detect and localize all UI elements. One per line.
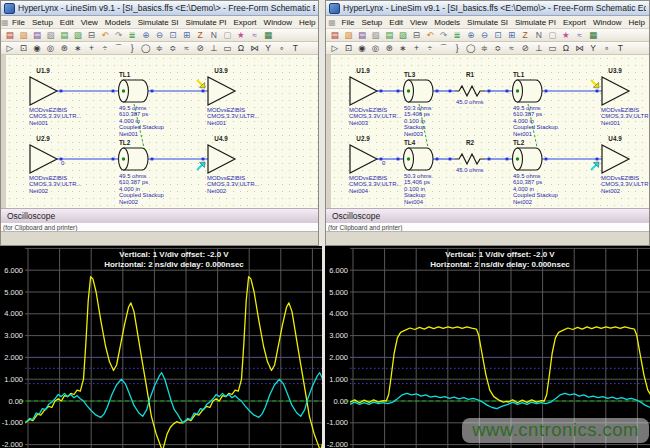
menu-setup[interactable]: Setup [358, 18, 386, 27]
resistor-pack-icon[interactable]: ⊘ [193, 43, 207, 54]
new-sheet-icon[interactable]: ▤ [57, 30, 71, 41]
menu-models[interactable]: Models [431, 18, 464, 27]
save-file-icon[interactable]: ▤ [30, 30, 44, 41]
component-TL3[interactable]: TL350.3 ohms15.406 ps0.100 inStackupNet0… [404, 71, 434, 137]
menu-file[interactable]: File [9, 18, 29, 27]
menu-simulate-si[interactable]: Simulate SI [464, 18, 512, 27]
mdi-system-icon[interactable]: ▦ [326, 18, 338, 27]
component-R1[interactable]: R145.0 ohms [455, 71, 485, 105]
ground-part-icon[interactable]: ⊥ [532, 43, 546, 54]
zoom-in-icon[interactable]: ⊕ [464, 30, 478, 41]
menu-export[interactable]: Export [230, 18, 260, 27]
component-TL1[interactable]: TL149.5 ohms610.387 ps4.000 inCoupled St… [513, 71, 559, 137]
print-icon[interactable]: ⊟ [85, 30, 99, 41]
new-sheet-icon[interactable]: ▤ [382, 30, 396, 41]
via-part-icon[interactable]: ÷ [98, 43, 112, 54]
ground-part-icon[interactable]: ⊥ [207, 43, 221, 54]
menu-simulate-pi[interactable]: Simulate PI [182, 18, 230, 27]
bracket-part-icon[interactable]: } [450, 43, 464, 54]
coupled-line-icon[interactable]: ⋈ [248, 43, 262, 54]
board-viewer-icon[interactable]: ▦ [586, 30, 600, 41]
yellow-probe-icon[interactable] [591, 80, 599, 88]
open-sheet-icon[interactable]: ▨ [71, 30, 85, 41]
y-connector-icon[interactable]: Y [586, 43, 600, 54]
component-U2.9[interactable]: U2.9MODvsEZIBISCMOS,3.3V,ULTR...Net004 [349, 135, 402, 194]
export-report-icon[interactable]: Z [518, 30, 532, 41]
y-connector-icon[interactable]: Y [261, 43, 275, 54]
zoom-area-icon[interactable]: ⊡ [491, 30, 505, 41]
window-titlebar[interactable]: HyperLynx - LineSim v9.1 - [SI_basics.ff… [1, 1, 318, 16]
zoom-in-icon[interactable]: ⊕ [139, 30, 153, 41]
menu-setup[interactable]: Setup [28, 18, 56, 27]
undo-icon[interactable]: ↶ [98, 30, 112, 41]
board-viewer-icon[interactable]: ▦ [261, 30, 275, 41]
pad-part-icon[interactable]: ◯ [464, 43, 478, 54]
component-U4.9[interactable]: U4.9MODvsEZIBISCMOS,3.3V,ULTRNet002 [601, 135, 648, 194]
menu-simulate-si[interactable]: Simulate SI [134, 18, 182, 27]
blank-doc-icon[interactable]: ▢ [546, 30, 560, 41]
impedance-part-icon[interactable]: Ω [559, 43, 573, 54]
export-report-icon[interactable]: Z [193, 30, 207, 41]
differential-part-icon[interactable]: ∗ [396, 43, 410, 54]
menu-view[interactable]: View [407, 18, 431, 27]
menu-view[interactable]: View [77, 18, 101, 27]
component-TL4[interactable]: TL450.3 ohms15.406 ps0.100 inStackupNet0… [404, 139, 434, 205]
scope-wave-icon[interactable]: ≈ [248, 30, 262, 41]
schematic-canvas-right[interactable]: TL350.3 ohms15.406 ps0.100 inStackupNet0… [326, 55, 649, 208]
component-R2[interactable]: R245.0 ohms [455, 139, 485, 173]
component-TL2[interactable]: TL249.5 ohms610.387 ps4.000 inCoupled St… [513, 139, 559, 205]
wizard-wand-icon[interactable]: ★ [559, 30, 573, 41]
component-U3.9[interactable]: U3.9MODvsEZIBISCMOS,3.3V,ULTRNet001 [601, 67, 648, 126]
text-tool-icon[interactable]: T [288, 43, 302, 54]
yellow-probe-icon[interactable] [197, 80, 205, 88]
differential-part-icon[interactable]: ∗ [71, 43, 85, 54]
netlist-icon[interactable]: N [207, 30, 221, 41]
mdi-system-icon[interactable]: ▦ [1, 18, 9, 27]
probe-tool-icon[interactable]: ∘ [275, 43, 289, 54]
pad-part-icon[interactable]: ◯ [139, 43, 153, 54]
menu-export[interactable]: Export [559, 18, 589, 27]
crosstalk-part-icon[interactable]: ⊛ [382, 43, 396, 54]
zoom-area-icon[interactable]: ⊡ [166, 30, 180, 41]
capacitor2-part-icon[interactable]: ≎ [166, 43, 180, 54]
arc-part-icon[interactable]: ⌒ [437, 43, 451, 54]
cyan-probe-icon[interactable] [591, 162, 599, 170]
window-titlebar[interactable]: HyperLynx - LineSim v9.1 - [SI_basics.ff… [326, 1, 649, 16]
wizard-wand-icon[interactable]: ★ [234, 30, 248, 41]
area-select-icon[interactable]: ⊡ [17, 43, 31, 54]
menu-file[interactable]: File [338, 18, 358, 27]
pan-icon[interactable]: ⊞ [180, 30, 194, 41]
impedance-part-icon[interactable]: Ω [234, 43, 248, 54]
new-file-icon[interactable]: ▤ [3, 30, 17, 41]
pan-icon[interactable]: ⊞ [505, 30, 519, 41]
component-U1.9[interactable]: U1.9MODvsEZIBISCMOS,3.3V,ULTR...Net001 [29, 67, 82, 126]
redo-icon[interactable]: ↷ [437, 30, 451, 41]
capacitor2-part-icon[interactable]: ≎ [491, 43, 505, 54]
component-U3.9[interactable]: U3.9MODvsEZIBISCMOS,3.3V,ULTR...Net001 [207, 67, 260, 126]
probe-tool-icon[interactable]: ∘ [600, 43, 614, 54]
ic-pin-icon[interactable]: ◉ [30, 43, 44, 54]
new-file-icon[interactable]: ▤ [328, 30, 342, 41]
oscilloscope-titlebar[interactable]: Oscilloscope [326, 208, 649, 223]
print-icon[interactable]: ⊟ [410, 30, 424, 41]
inductor-part-icon[interactable]: ≈ [180, 43, 194, 54]
component-U4.9[interactable]: U4.9MODvsEZIBISCMOS,3.3V,ULTR...Net002 [207, 135, 260, 194]
component-TL1[interactable]: TL149.5 ohms610.387 ps4.000 inCoupled St… [119, 71, 165, 137]
schematic-canvas-left[interactable]: TL149.5 ohms610.387 ps4.000 inCoupled St… [1, 55, 318, 208]
menu-window[interactable]: Window [590, 18, 625, 27]
area-select-icon[interactable]: ⊡ [342, 43, 356, 54]
blank-doc-icon[interactable]: ▢ [221, 30, 235, 41]
capacitor-part-icon[interactable]: ≑ [153, 43, 167, 54]
select-tool-icon[interactable]: ▷ [3, 43, 17, 54]
open-design-icon[interactable]: ▧ [369, 30, 383, 41]
undo-icon[interactable]: ↶ [423, 30, 437, 41]
scope-wave-icon[interactable]: ≈ [573, 30, 587, 41]
select-tool-icon[interactable]: ▷ [328, 43, 342, 54]
stackup-editor-icon[interactable]: ≣ [125, 30, 139, 41]
text-tool-icon[interactable]: T [613, 43, 627, 54]
arc-part-icon[interactable]: ⌒ [112, 43, 126, 54]
redo-icon[interactable]: ↷ [112, 30, 126, 41]
tline-part-icon[interactable]: ▭ [221, 43, 235, 54]
cyan-probe-icon[interactable] [197, 162, 205, 170]
menu-models[interactable]: Models [101, 18, 134, 27]
